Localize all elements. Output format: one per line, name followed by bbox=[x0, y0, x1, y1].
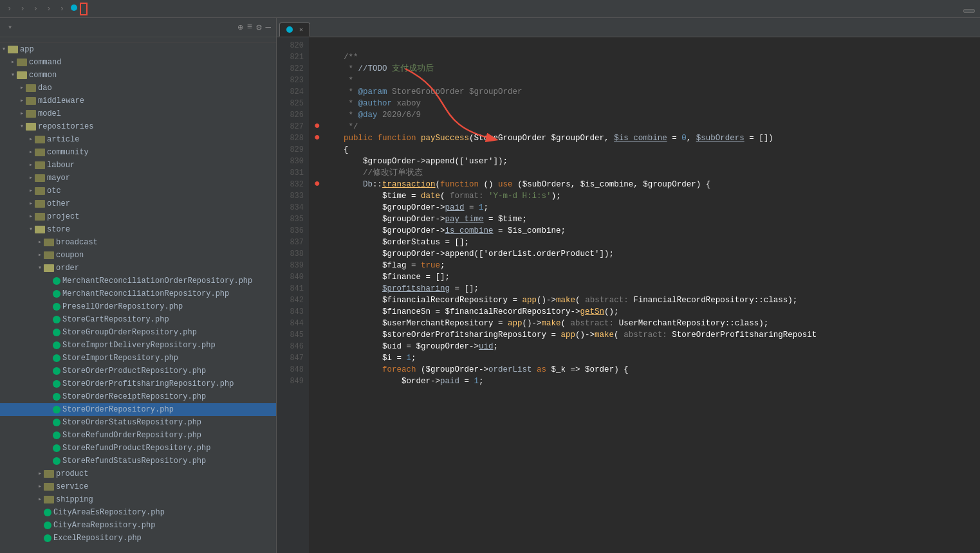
tree-label-service: service bbox=[56, 481, 88, 493]
locate-icon[interactable]: ⊕ bbox=[237, 22, 243, 33]
tree-item-common[interactable]: ▾common bbox=[0, 69, 276, 82]
file-icon-StoreImportRepository bbox=[53, 354, 60, 362]
tree-item-CityAreaRepository[interactable]: CityAreaRepository.php bbox=[0, 519, 276, 532]
line-num-848: 848 bbox=[282, 364, 304, 376]
tree-item-MerchantReconciliationRepository[interactable]: MerchantReconciliationRepository.php bbox=[0, 287, 276, 300]
tree-item-service[interactable]: ▸service bbox=[0, 480, 276, 493]
tree-label-community: community bbox=[47, 147, 89, 158]
main-layout: ▾ ⊕ ≡ ⚙ — ▾app▸command▾common▸dao▸middle… bbox=[0, 18, 980, 553]
settings-icon[interactable]: ⚙ bbox=[256, 22, 261, 33]
folder-arrow-product[interactable]: ▸ bbox=[36, 468, 44, 480]
file-icon-StoreOrderProfitsharingRepository bbox=[53, 380, 60, 388]
tree-item-StoreOrderProductRepository[interactable]: StoreOrderProductRepository.php bbox=[0, 365, 276, 377]
folder-arrow-service[interactable]: ▸ bbox=[36, 481, 44, 493]
folder-arrow-otc[interactable]: ▸ bbox=[27, 185, 35, 197]
tree-item-StoreOrderStatusRepository[interactable]: StoreOrderStatusRepository.php bbox=[0, 416, 276, 429]
breadcrumb-active-file[interactable] bbox=[80, 3, 88, 15]
tree-item-shipping[interactable]: ▸shipping bbox=[0, 493, 276, 506]
line-num-849: 849 bbox=[282, 376, 304, 387]
file-icon-StoreImportDeliveryRepository bbox=[53, 341, 60, 349]
tree-item-product[interactable]: ▸product bbox=[0, 467, 276, 480]
file-icon-StoreRefundStatusRepository bbox=[53, 457, 60, 465]
file-icon-StoreGroupOrderRepository bbox=[53, 329, 60, 336]
tree-item-StoreRefundOrderRepository[interactable]: StoreRefundOrderRepository.php bbox=[0, 429, 276, 442]
folder-arrow-model[interactable]: ▸ bbox=[18, 108, 26, 120]
folder-arrow-command[interactable]: ▸ bbox=[9, 57, 17, 68]
tree-item-StoreOrderRepository[interactable]: StoreOrderRepository.php bbox=[0, 403, 276, 416]
folder-arrow-common[interactable]: ▾ bbox=[9, 69, 17, 81]
tree-item-MerchantReconciliationOrderRepository[interactable]: MerchantReconciliationOrderRepository.ph… bbox=[0, 275, 276, 287]
folder-arrow-article[interactable]: ▸ bbox=[27, 134, 35, 145]
folder-arrow-coupon[interactable]: ▸ bbox=[36, 249, 44, 261]
tree-item-ExcelRepository[interactable]: ExcelRepository.php bbox=[0, 532, 276, 545]
tree-item-CityAreaEsRepository[interactable]: CityAreaEsRepository.php bbox=[0, 506, 276, 519]
line-num-821: 821 bbox=[282, 51, 304, 63]
tree-item-article[interactable]: ▸article bbox=[0, 133, 276, 146]
folder-arrow-order[interactable]: ▾ bbox=[36, 262, 44, 274]
tree-item-project[interactable]: ▸project bbox=[0, 210, 276, 223]
line-num-842: 842 bbox=[282, 295, 304, 306]
collapse-icon[interactable]: ≡ bbox=[247, 22, 252, 33]
folder-arrow-shipping[interactable]: ▸ bbox=[36, 494, 44, 505]
tree-item-broadcast[interactable]: ▸broadcast bbox=[0, 236, 276, 249]
folder-arrow-mayor[interactable]: ▸ bbox=[27, 172, 35, 184]
folder-arrow-other[interactable]: ▸ bbox=[27, 198, 35, 210]
line-num-827: 827 bbox=[282, 121, 304, 132]
folder-icon-project bbox=[35, 213, 45, 221]
tree-item-StoreImportRepository[interactable]: StoreImportRepository.php bbox=[0, 352, 276, 365]
line-num-826: 826 bbox=[282, 109, 304, 121]
tree-item-middleware[interactable]: ▸middleware bbox=[0, 95, 276, 107]
tree-item-StoreGroupOrderRepository[interactable]: StoreGroupOrderRepository.php bbox=[0, 326, 276, 339]
code-line-828: ● public function paySuccess(StoreGroupO… bbox=[314, 132, 975, 144]
code-line-821: /** bbox=[314, 51, 975, 63]
tree-item-order[interactable]: ▾order bbox=[0, 262, 276, 275]
folder-arrow-broadcast[interactable]: ▸ bbox=[36, 237, 44, 248]
folder-arrow-dao[interactable]: ▸ bbox=[18, 82, 26, 94]
tree-item-coupon[interactable]: ▸coupon bbox=[0, 249, 276, 262]
tree-item-StoreRefundProductRepository[interactable]: StoreRefundProductRepository.php bbox=[0, 442, 276, 455]
tree-item-StoreOrderReceiptRepository[interactable]: StoreOrderReceiptRepository.php bbox=[0, 390, 276, 403]
folder-arrow-store[interactable]: ▾ bbox=[27, 224, 35, 235]
sidebar-root-path bbox=[0, 37, 276, 43]
folder-arrow-repositories[interactable]: ▾ bbox=[18, 121, 26, 132]
tree-item-repositories[interactable]: ▾repositories bbox=[0, 120, 276, 133]
folder-arrow-labour[interactable]: ▸ bbox=[27, 159, 35, 171]
code-line-841: $profitsharing = []; bbox=[314, 283, 975, 295]
tree-item-StoreCartRepository[interactable]: StoreCartRepository.php bbox=[0, 313, 276, 326]
tree-item-StoreImportDeliveryRepository[interactable]: StoreImportDeliveryRepository.php bbox=[0, 339, 276, 352]
line-num-829: 829 bbox=[282, 144, 304, 156]
folder-arrow-app[interactable]: ▾ bbox=[0, 44, 8, 55]
title-bar: › › › › › bbox=[0, 0, 980, 18]
tree-item-dao[interactable]: ▸dao bbox=[0, 82, 276, 95]
tree-item-other[interactable]: ▸other bbox=[0, 197, 276, 210]
tree-label-order: order bbox=[56, 262, 79, 274]
tab-close-icon[interactable]: ✕ bbox=[299, 26, 303, 33]
hide-icon[interactable]: — bbox=[266, 22, 271, 33]
tree-label-CityAreaRepository: CityAreaRepository.php bbox=[53, 520, 155, 531]
folder-arrow-project[interactable]: ▸ bbox=[27, 211, 35, 222]
code-line-823: * bbox=[314, 75, 975, 86]
tree-item-command[interactable]: ▸command bbox=[0, 56, 276, 69]
tree-item-store[interactable]: ▾store bbox=[0, 223, 276, 236]
add-config-button[interactable] bbox=[963, 9, 975, 13]
tree-item-PresellOrderRepository[interactable]: PresellOrderRepository.php bbox=[0, 300, 276, 313]
tree-item-StoreOrderProfitsharingRepository[interactable]: StoreOrderProfitsharingRepository.php bbox=[0, 377, 276, 390]
tree-item-otc[interactable]: ▸otc bbox=[0, 185, 276, 197]
file-icon-StoreOrderReceiptRepository bbox=[53, 393, 60, 401]
tree-item-mayor[interactable]: ▸mayor bbox=[0, 172, 276, 185]
tree-label-coupon: coupon bbox=[56, 249, 84, 261]
folder-arrow-middleware[interactable]: ▸ bbox=[18, 95, 26, 107]
tree-label-PresellOrderRepository: PresellOrderRepository.php bbox=[62, 301, 183, 313]
tree-item-community[interactable]: ▸community bbox=[0, 146, 276, 159]
tree-item-StoreRefundStatusRepository[interactable]: StoreRefundStatusRepository.php bbox=[0, 455, 276, 467]
tree-item-model[interactable]: ▸model bbox=[0, 107, 276, 120]
file-icon-MerchantReconciliationRepository bbox=[53, 290, 60, 298]
file-icon-StoreOrderProductRepository bbox=[53, 367, 60, 375]
tab-store-order-repository[interactable]: ✕ bbox=[279, 23, 310, 37]
tree-item-app[interactable]: ▾app bbox=[0, 43, 276, 56]
line-num-838: 838 bbox=[282, 248, 304, 260]
folder-arrow-community[interactable]: ▸ bbox=[27, 147, 35, 158]
folder-icon-command bbox=[17, 59, 27, 66]
code-editor[interactable]: /** * //TODO 支付成功后 * * @param StoreGroup… bbox=[309, 37, 980, 553]
tree-item-labour[interactable]: ▸labour bbox=[0, 159, 276, 172]
